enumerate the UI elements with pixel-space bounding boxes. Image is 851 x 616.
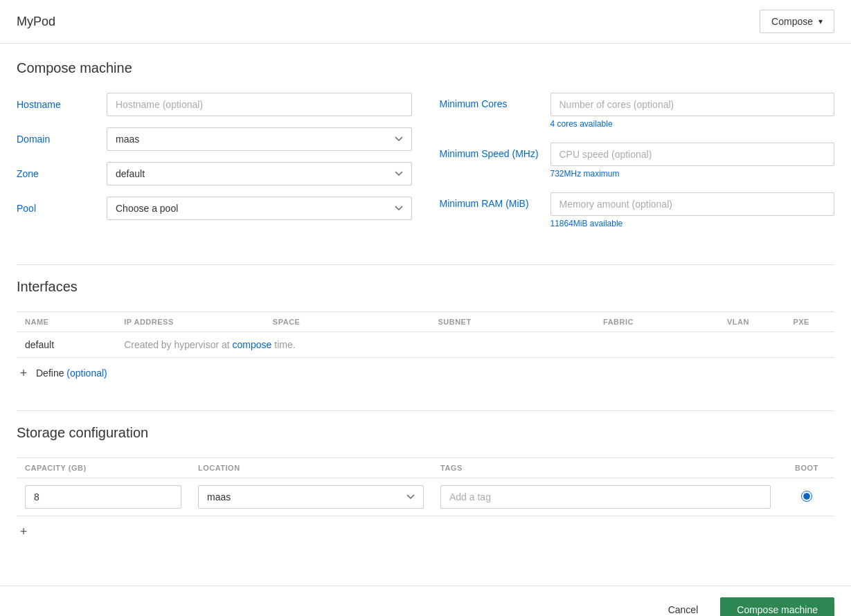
add-interface-row[interactable]: + Define (optional) [17,358,834,388]
zone-row: Zone default [17,162,412,185]
storage-boot-radio[interactable] [801,491,812,502]
add-storage-row[interactable]: + [17,516,834,547]
header: MyPod Compose ▾ [0,0,851,44]
min-ram-input[interactable] [550,192,835,216]
col-header-subnet: SUBNET [429,312,595,332]
min-cores-hint: 4 cores available [550,119,835,129]
storage-col-location: LOCATION [190,458,432,478]
pool-row: Pool Choose a pool [17,197,412,220]
storage-table: CAPACITY (GB) LOCATION TAGS BOOT maas [17,458,834,516]
cancel-button[interactable]: Cancel [657,599,710,616]
storage-location-select[interactable]: maas [198,485,424,509]
min-ram-label: Minimum RAM (MiB) [440,192,550,209]
storage-capacity-cell [17,478,190,516]
right-form: Minimum Cores 4 cores available Minimum … [440,93,835,242]
min-cores-input[interactable] [550,93,835,116]
min-speed-row: Minimum Speed (MHz) 732MHz maximum [440,143,835,179]
compose-section-title: Compose machine [17,60,834,76]
interfaces-section: Interfaces NAME IP ADDRESS SPACE SUBNET … [17,279,834,388]
table-row: maas [17,478,834,516]
min-ram-hint: 11864MiB available [550,219,835,228]
zone-label: Zone [17,168,107,179]
add-storage-icon: + [17,525,30,538]
pool-field: Choose a pool [107,197,412,220]
storage-tags-cell [432,478,779,516]
compose-form: Hostname Domain maas Zone [17,93,834,242]
add-interface-optional: (optional) [66,368,107,379]
add-interface-label: Define (optional) [36,368,107,379]
page-title: MyPod [17,15,55,29]
min-cores-field: 4 cores available [550,93,835,129]
domain-field: maas [107,127,412,151]
storage-col-capacity: CAPACITY (GB) [17,458,190,478]
created-text: Created by hypervisor at [124,339,232,350]
hostname-row: Hostname [17,93,412,116]
storage-section: Storage configuration CAPACITY (GB) LOCA… [17,425,834,547]
section-divider-2 [17,410,834,411]
hostname-field [107,93,412,116]
min-cores-label: Minimum Cores [440,93,550,109]
col-header-name: NAME [17,312,116,332]
interfaces-title: Interfaces [17,279,834,295]
footer: Cancel Compose machine [0,586,851,616]
min-ram-field: 11864MiB available [550,192,835,228]
col-header-space: SPACE [265,312,430,332]
col-header-fabric: FABRIC [595,312,719,332]
pool-label: Pool [17,203,107,214]
min-speed-field: 732MHz maximum [550,143,835,179]
min-speed-input[interactable] [550,143,835,166]
created-text-end: time. [271,339,295,350]
interface-name-cell: default [17,332,116,358]
col-header-ip: IP ADDRESS [116,312,265,332]
interfaces-table-header: NAME IP ADDRESS SPACE SUBNET FABRIC VLAN… [17,312,834,332]
min-cores-row: Minimum Cores 4 cores available [440,93,835,129]
table-row: default Created by hypervisor at compose… [17,332,834,358]
domain-label: Domain [17,134,107,145]
compose-machine-button[interactable]: Compose machine [720,597,834,616]
min-speed-hint: 732MHz maximum [550,169,835,179]
main-content: Compose machine Hostname Domain maas [0,44,851,586]
compose-link-text: compose [233,339,272,350]
pool-select[interactable]: Choose a pool [107,197,412,220]
storage-boot-cell [779,478,834,516]
hostname-label: Hostname [17,99,107,110]
domain-select[interactable]: maas [107,127,412,151]
storage-col-tags: TAGS [432,458,779,478]
storage-table-header: CAPACITY (GB) LOCATION TAGS BOOT [17,458,834,478]
min-ram-row: Minimum RAM (MiB) 11864MiB available [440,192,835,228]
col-header-pxe: PXE [785,312,834,332]
interface-description-cell: Created by hypervisor at compose time. [116,332,834,358]
zone-field: default [107,162,412,185]
hostname-input[interactable] [107,93,412,116]
compose-dropdown-button[interactable]: Compose ▾ [760,10,834,33]
chevron-down-icon: ▾ [818,17,823,26]
interfaces-table: NAME IP ADDRESS SPACE SUBNET FABRIC VLAN… [17,311,834,358]
storage-location-cell: maas [190,478,432,516]
domain-row: Domain maas [17,127,412,151]
storage-tags-input[interactable] [440,485,771,509]
min-speed-label: Minimum Speed (MHz) [440,143,550,159]
storage-title: Storage configuration [17,425,834,441]
storage-col-boot: BOOT [779,458,834,478]
storage-capacity-input[interactable] [25,485,181,509]
section-divider-1 [17,264,834,265]
compose-button-label: Compose [771,16,813,27]
left-form: Hostname Domain maas Zone [17,93,412,242]
add-interface-icon: + [17,366,30,380]
zone-select[interactable]: default [107,162,412,185]
col-header-vlan: VLAN [719,312,785,332]
